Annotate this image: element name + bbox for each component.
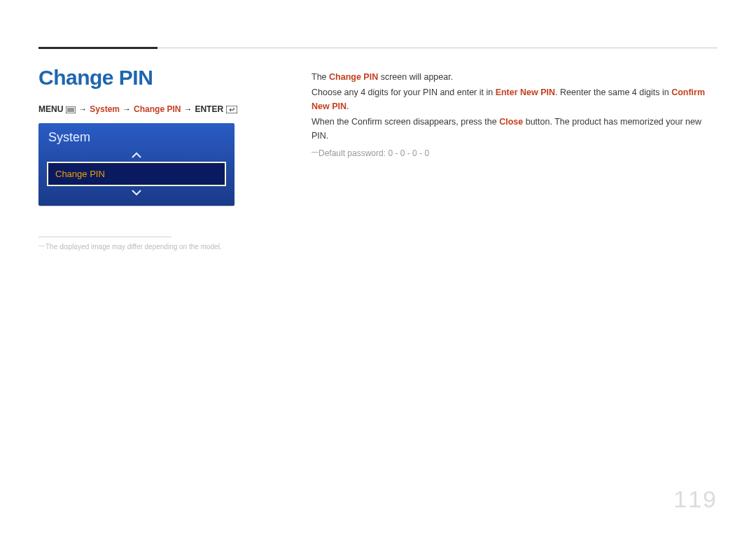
menu-icon bbox=[66, 105, 76, 113]
default-password-note: Default password: 0 - 0 - 0 - 0 bbox=[312, 147, 718, 160]
nav-system: System bbox=[90, 105, 120, 113]
text-fragment: . bbox=[346, 101, 349, 111]
image-disclaimer-footnote: The displayed image may differ depending… bbox=[38, 243, 276, 251]
osd-menu-header: System bbox=[38, 123, 234, 150]
body-line-1: The Change PIN screen will appear. bbox=[312, 70, 718, 84]
manual-page: Change PIN MENU → System → Change PIN → … bbox=[0, 0, 756, 534]
text-fragment: . Reenter the same 4 digits in bbox=[555, 87, 671, 97]
header-rule-accent bbox=[38, 47, 158, 49]
nav-change-pin: Change PIN bbox=[134, 105, 181, 113]
text-fragment: The bbox=[312, 72, 329, 82]
osd-menu-body: Change PIN bbox=[38, 152, 234, 206]
nav-menu-label: MENU bbox=[38, 105, 63, 113]
nav-arrow-2: → bbox=[122, 105, 131, 113]
chevron-down-icon bbox=[47, 189, 226, 196]
text-fragment: Choose any 4 digits for your PIN and ent… bbox=[312, 87, 496, 97]
page-title: Change PIN bbox=[38, 66, 276, 90]
left-column: Change PIN MENU → System → Change PIN → … bbox=[38, 66, 276, 251]
content-columns: Change PIN MENU → System → Change PIN → … bbox=[38, 66, 718, 251]
osd-menu-item-change-pin: Change PIN bbox=[47, 162, 226, 186]
enter-icon bbox=[226, 105, 237, 113]
close-button-term: Close bbox=[499, 117, 523, 127]
page-number: 119 bbox=[673, 486, 718, 513]
footnote-divider bbox=[38, 237, 172, 237]
chevron-up-icon bbox=[47, 152, 226, 159]
nav-arrow-3: → bbox=[183, 105, 192, 113]
osd-menu-preview: System Change PIN bbox=[38, 123, 234, 206]
text-fragment: screen will appear. bbox=[378, 72, 453, 82]
menu-navigation-path: MENU → System → Change PIN → ENTER bbox=[38, 105, 276, 113]
body-line-2: Choose any 4 digits for your PIN and ent… bbox=[312, 85, 718, 113]
nav-arrow-1: → bbox=[78, 105, 87, 113]
enter-new-pin-term: Enter New PIN bbox=[496, 87, 555, 97]
right-column: The Change PIN screen will appear. Choos… bbox=[312, 66, 718, 251]
body-line-3: When the Confirm screen disappears, pres… bbox=[312, 115, 718, 143]
nav-enter-label: ENTER bbox=[195, 105, 223, 113]
change-pin-term: Change PIN bbox=[329, 72, 378, 82]
text-fragment: When the Confirm screen disappears, pres… bbox=[312, 117, 499, 127]
